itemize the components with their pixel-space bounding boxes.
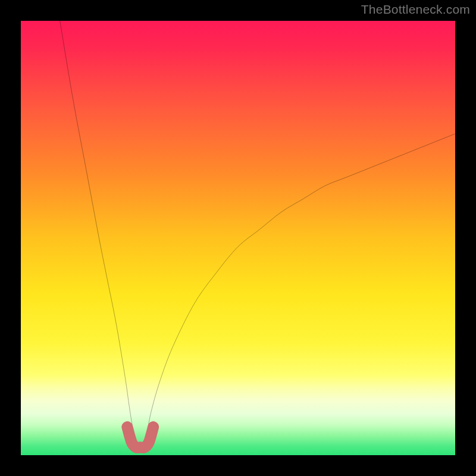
outer-black-frame: TheBottleneck.com	[0, 0, 476, 476]
plot-area	[21, 21, 455, 455]
watermark-text: TheBottleneck.com	[361, 2, 470, 17]
flat-bottom-highlight	[127, 427, 154, 448]
bottleneck-curve	[60, 21, 455, 448]
curve-layer	[21, 21, 455, 455]
